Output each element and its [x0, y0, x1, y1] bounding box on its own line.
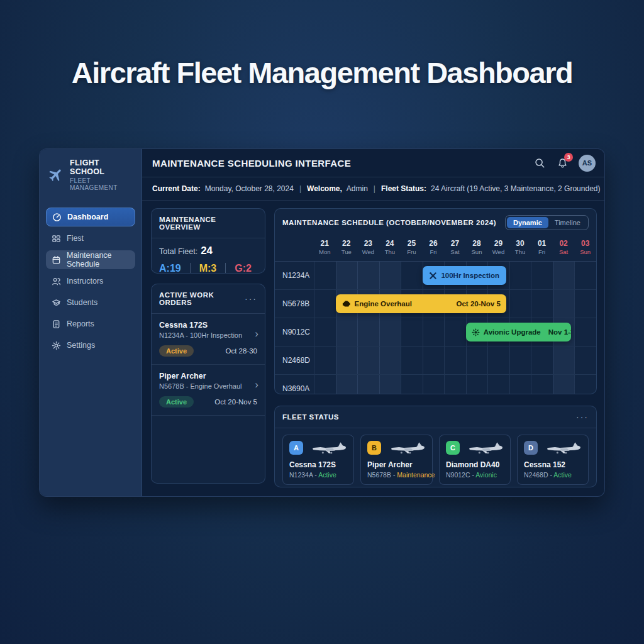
fleet-status-menu-button[interactable]: ···	[576, 414, 589, 419]
sidebar-item-dashboard[interactable]: Dashboard	[46, 208, 135, 226]
bar-label: Avionic Upgrade	[484, 328, 541, 336]
gantt-row: N9012C Avionic Upgrade	[275, 318, 596, 347]
dashboard-window: FLIGHT SCHOOL FLEET MANAGEMENT Dashboard…	[39, 148, 605, 497]
separator: -	[314, 471, 317, 479]
work-order-detail: N1234A - 100Hr Inspection	[159, 331, 257, 339]
maintenance-count: M:3	[199, 263, 217, 274]
chevron-right-icon[interactable]: ›	[255, 328, 258, 340]
column-shading	[553, 375, 575, 394]
aircraft-model: Cessna 152	[524, 460, 582, 469]
schedule-title: MAINTENANCE SCHEDULE (OCTOBER/NOVEMBER 2…	[282, 219, 496, 226]
aircraft-badge: B	[367, 441, 381, 455]
notifications-button[interactable]: 3	[556, 157, 569, 169]
toggle-dynamic-button[interactable]: Dynamic	[507, 217, 548, 228]
gantt-bar-100hr-inspection[interactable]: 100Hr Inspection	[423, 266, 506, 285]
aircraft-status: Avionic	[475, 471, 497, 479]
day-column-header: 30Thu	[509, 236, 531, 261]
sidebar-item-settings[interactable]: Settings	[46, 336, 135, 355]
welcome-label: Welcome,	[307, 184, 342, 193]
separator: |	[298, 184, 303, 193]
welcome-user: Admin	[347, 184, 368, 193]
sidebar-item-fleet[interactable]: Fiest	[46, 229, 135, 248]
bar-dates: Oct 20-Nov 5	[457, 300, 501, 308]
avatar[interactable]: AS	[579, 155, 596, 172]
gantt-bar-engine-overhaul[interactable]: Engine Overhaul Oct 20-Nov 5	[336, 294, 506, 313]
sidebar: FLIGHT SCHOOL FLEET MANAGEMENT Dashboard…	[40, 149, 142, 496]
search-button[interactable]	[533, 157, 546, 169]
notification-badge: 3	[564, 153, 573, 162]
aircraft-tail-number: N1234A	[275, 262, 314, 289]
toggle-timeline-button[interactable]: Timeline	[548, 217, 587, 228]
separator: -	[393, 471, 396, 479]
work-order-item[interactable]: Cessna 172S N1234A - 100Hr Inspection › …	[152, 314, 265, 365]
fleet-card[interactable]: B Piper Archer N5678B - Maintenance	[360, 435, 433, 485]
gantt-corner	[275, 236, 314, 261]
sidebar-item-label: Maintenance Schedule	[67, 251, 130, 269]
work-order-dates: Oct 28-30	[226, 347, 258, 355]
aircraft-tail-number: N2468D	[275, 347, 314, 374]
work-order-detail: N5678B - Engine Overhaul	[159, 382, 257, 390]
status-bar: Current Date: Monday, October 28, 2024 |…	[142, 177, 605, 201]
work-order-aircraft: Piper Archer	[159, 372, 257, 380]
aircraft-tail-number: N3690A	[275, 375, 314, 394]
sidebar-item-instructors[interactable]: Instructors	[46, 272, 135, 291]
airplane-silhouette	[467, 441, 504, 455]
sidebar-item-label: Instructors	[67, 277, 103, 286]
aircraft-reg: N5678B	[367, 471, 391, 479]
fleet-status-value: 24 Aircraft (19 Active, 3 Maintenance, 2…	[431, 184, 600, 193]
aircraft-badge: C	[446, 441, 460, 455]
sidebar-nav: Dashboard Fiest Maintenance Schedule	[40, 208, 142, 355]
fleet-card[interactable]: A Cessna 172S N1234A - Active	[282, 435, 354, 485]
airplane-silhouette	[311, 441, 347, 455]
aircraft-tail-number: N9012C	[275, 318, 314, 346]
aircraft-model: Diamond DA40	[446, 460, 504, 469]
brand-line1: FLIGHT SCHOOL	[70, 158, 133, 176]
chevron-right-icon[interactable]: ›	[255, 379, 258, 391]
sidebar-item-maintenance-schedule[interactable]: Maintenance Schedule	[46, 250, 135, 269]
day-column-header: 25Fru	[401, 236, 423, 261]
active-work-orders-panel: ACTIVE WORK ORDERS ··· Cessna 172S N1234…	[151, 284, 265, 484]
gantt-bar-avionic-upgrade[interactable]: Avionic Upgrade Nov 1-3	[466, 323, 572, 341]
active-count: A:19	[159, 263, 181, 274]
tools-icon	[429, 272, 437, 280]
fleet-status-panel: FLEET STATUS ··· A Cessna 172S N1234A -	[274, 406, 597, 487]
bar-label: 100Hr Inspection	[441, 272, 499, 279]
separator: |	[372, 184, 377, 193]
work-orders-menu-button[interactable]: ···	[245, 296, 257, 301]
aircraft-badge: D	[524, 441, 538, 455]
content-area: MAINTENANCE OVERVIEW Total Fieet:24 A:19…	[142, 201, 605, 497]
day-column-header-weekend: 02Sat	[553, 236, 575, 261]
aircraft-status: Maintenance	[397, 471, 435, 479]
airplane-silhouette	[545, 441, 582, 455]
total-fleet-value: 24	[201, 245, 213, 257]
sidebar-item-students[interactable]: Students	[46, 293, 135, 312]
fleet-card[interactable]: C Diamond DA40 N9012C - Avionic	[439, 435, 511, 485]
fleet-card[interactable]: D Cessna 152 N2468D - Active	[517, 435, 589, 485]
day-column-header: 21Mon	[314, 236, 336, 261]
calendar-icon	[52, 255, 61, 265]
aircraft-model: Piper Archer	[367, 460, 426, 469]
day-column-header: 26Fri	[423, 236, 445, 261]
aircraft-reg: N1234A	[289, 471, 313, 479]
sidebar-item-reports[interactable]: Reports	[46, 314, 135, 333]
day-column-header: 22Tue	[336, 236, 358, 261]
search-icon	[535, 158, 545, 169]
divider	[225, 263, 226, 274]
work-order-item[interactable]: Piper Archer N5678B - Engine Overhaul › …	[152, 365, 265, 416]
column-shading	[553, 290, 575, 318]
people-icon	[52, 277, 61, 286]
graduation-cap-icon	[52, 298, 61, 308]
page-title: Aircraft Fleet Management Dashboard	[0, 55, 644, 90]
day-column-header: 24Thu	[379, 236, 401, 261]
gauge-icon	[52, 213, 62, 222]
divider	[190, 263, 191, 274]
column-shading	[553, 262, 575, 289]
sidebar-item-label: Students	[67, 298, 97, 307]
day-column-header: 29Wed	[487, 236, 509, 261]
document-icon	[52, 319, 61, 329]
brand: FLIGHT SCHOOL FLEET MANAGEMENT	[40, 149, 142, 197]
fleet-status-label: Fleet Status:	[381, 184, 426, 193]
sidebar-item-label: Dashboard	[67, 213, 108, 221]
day-column-header: 23Wed	[357, 236, 379, 261]
bar-label: Engine Overhaul	[355, 300, 412, 308]
